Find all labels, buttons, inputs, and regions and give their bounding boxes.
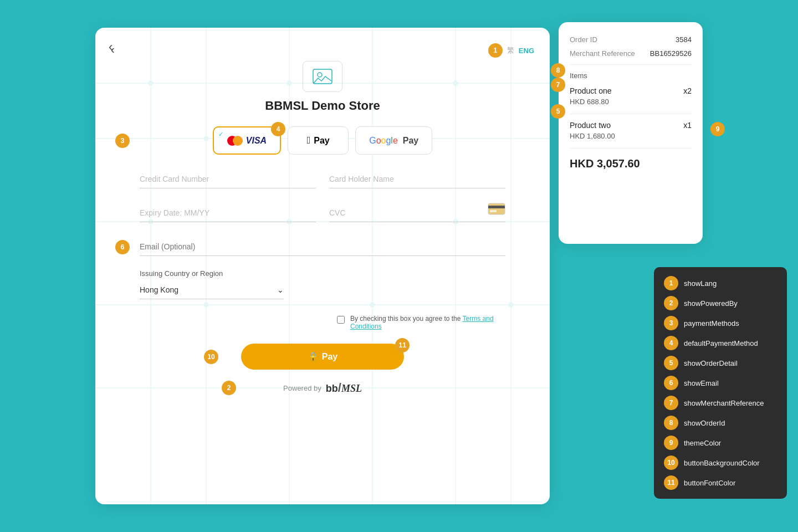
tooltip-num-badge: 5: [664, 356, 678, 370]
lang-switcher: 1 繁 ENG: [488, 43, 534, 58]
tooltip-item: 1 showLang: [664, 276, 777, 290]
card-fields-row: [140, 170, 505, 188]
pay-btn-badge-11: 11: [395, 338, 410, 352]
svg-rect-22: [313, 69, 332, 84]
order-total: HKD 3,057.60: [570, 157, 692, 170]
payment-methods-badge: 3: [115, 134, 130, 148]
google-pay-button[interactable]: Google Pay: [355, 126, 432, 155]
tooltip-num-badge: 11: [664, 475, 678, 490]
order-divider-3: [570, 148, 692, 149]
cvc-field: [329, 204, 505, 222]
tooltip-label: themeColor: [684, 439, 721, 447]
tooltip-label: showMerchantReference: [684, 399, 764, 407]
apple-pay-text: Pay: [314, 136, 329, 146]
default-pm-badge: 4: [271, 122, 285, 136]
theme-badge: 9: [710, 122, 725, 136]
svg-rect-24: [488, 203, 505, 214]
credit-card-input[interactable]: [140, 170, 316, 188]
order-id-label: Order ID: [570, 35, 597, 44]
tooltip-items: 1 showLang 2 showPoweredBy 3 paymentMeth…: [664, 276, 777, 490]
country-label: Issuing Country or Region: [140, 269, 505, 278]
merchant-ref-badge: 7: [551, 78, 565, 92]
order-panel: 8 7 5 9 Order ID 3584 Merchant Reference…: [559, 22, 703, 244]
lang-eng-button[interactable]: ENG: [519, 47, 534, 55]
tooltip-item: 10 buttonBackgroundColor: [664, 456, 777, 470]
merchant-ref-row: Merchant Reference BB16529526: [570, 49, 692, 58]
payment-methods-section: 3 4 ✓ VISA  Pay Google Pay: [140, 126, 505, 155]
tooltip-item: 3 paymentMethods: [664, 316, 777, 330]
item-1-name: Product one: [570, 86, 612, 95]
lang-badge: 1: [488, 43, 503, 58]
powered-by-section: 2 Powered by bb/MSL: [140, 381, 505, 395]
tooltip-item: 5 showOrderDetail: [664, 356, 777, 370]
item-2-price: HKD 1,680.00: [570, 132, 692, 140]
order-divider-2: [570, 114, 692, 114]
store-logo-icon: [303, 61, 342, 92]
items-label: Items: [570, 71, 692, 80]
expiry-cvc-row: [140, 204, 505, 222]
email-input[interactable]: [140, 238, 505, 256]
tooltip-num-badge: 8: [664, 416, 678, 430]
terms-section: By checking this box you agree to the Te…: [140, 315, 505, 330]
tooltip-item: 11 buttonFontColor: [664, 475, 777, 490]
tooltip-num-badge: 7: [664, 396, 678, 410]
payment-card: ‹ ‹ 1 繁 ENG BBMSL Demo Store 3 4 ✓: [95, 28, 550, 504]
tooltip-num-badge: 4: [664, 336, 678, 350]
order-item-1: Product one x2 HKD 688.80: [570, 86, 692, 106]
order-detail-badge: 5: [551, 104, 565, 119]
google-pay-text: Google Pay: [369, 136, 418, 146]
apple-pay-button[interactable]:  Pay: [288, 126, 349, 155]
tooltip-item: 4 defaultPaymentMethod: [664, 336, 777, 350]
country-select[interactable]: Hong Kong ⌄: [140, 281, 284, 299]
merchant-ref-value: BB16529526: [650, 49, 692, 58]
powered-by-badge: 2: [222, 381, 236, 395]
order-id-value: 3584: [676, 35, 692, 44]
tooltip-num-badge: 6: [664, 376, 678, 390]
pay-btn-badge-10: 10: [204, 350, 218, 364]
apple-icon: : [307, 135, 311, 146]
tooltip-label: showOrderId: [684, 419, 725, 427]
tooltip-label: buttonFontColor: [684, 479, 735, 487]
expiry-input[interactable]: [140, 204, 316, 222]
order-item-2: Product two x1 HKD 1,680.00: [570, 121, 692, 140]
terms-checkbox[interactable]: [337, 316, 345, 324]
pay-button[interactable]: 🔒 Pay 11: [241, 344, 404, 370]
country-section: Issuing Country or Region Hong Kong ⌄: [140, 269, 505, 299]
lock-icon: 🔒: [308, 351, 319, 362]
expiry-field: [140, 204, 316, 222]
country-selected-value: Hong Kong: [140, 285, 178, 294]
svg-point-23: [318, 73, 322, 77]
svg-rect-26: [490, 210, 497, 212]
tooltip-label: showEmail: [684, 379, 719, 387]
order-divider-1: [570, 64, 692, 65]
store-name: BBMSL Demo Store: [265, 99, 380, 113]
card-holder-input[interactable]: [329, 170, 505, 188]
bbmsl-logo: bb/MSL: [326, 381, 362, 395]
cvc-input[interactable]: [329, 204, 505, 222]
svg-point-21: [509, 303, 513, 307]
selected-check-icon: ✓: [218, 131, 223, 138]
card-payment-button[interactable]: 4 ✓ VISA: [213, 126, 281, 155]
tooltip-label: showPoweredBy: [684, 299, 738, 308]
card-holder-field: [329, 170, 505, 188]
pay-button-label: Pay: [322, 352, 337, 362]
tooltip-num-badge: 9: [664, 436, 678, 450]
tooltip-label: showOrderDetail: [684, 359, 738, 367]
tooltip-item: 7 showMerchantReference: [664, 396, 777, 410]
lang-zh-button[interactable]: 繁: [507, 45, 514, 55]
tooltip-label: buttonBackgroundColor: [684, 459, 760, 467]
visa-text: VISA: [246, 136, 267, 146]
tooltip-num-badge: 3: [664, 316, 678, 330]
tooltip-item: 9 themeColor: [664, 436, 777, 450]
tooltip-item: 2 showPoweredBy: [664, 296, 777, 310]
store-logo-section: BBMSL Demo Store: [140, 61, 505, 113]
cvc-card-icon: [488, 203, 505, 218]
item-2-name: Product two: [570, 121, 611, 130]
svg-point-20: [370, 303, 375, 307]
svg-point-19: [204, 303, 208, 307]
tooltip-item: 8 showOrderId: [664, 416, 777, 430]
terms-text: By checking this box you agree to the Te…: [350, 315, 505, 330]
back-chevron-icon[interactable]: ‹: [109, 40, 112, 54]
merchant-ref-label: Merchant Reference: [570, 49, 635, 58]
mastercard-icon: [227, 136, 243, 146]
